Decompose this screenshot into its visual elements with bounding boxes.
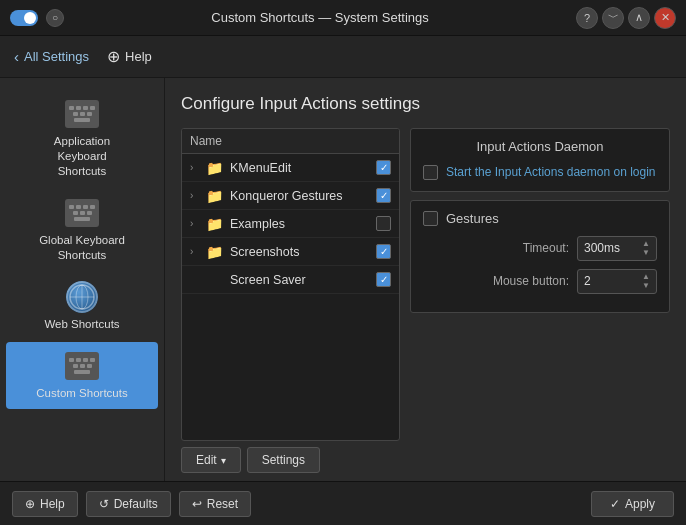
gestures-header: Gestures [423, 211, 657, 226]
timeout-arrows: ▲ ▼ [642, 240, 650, 257]
tree-table: Name › 📁 KMenuEdit ✓ › 📁 [181, 128, 400, 441]
row-label: Konqueror Gestures [230, 189, 376, 203]
apply-check-icon: ✓ [610, 497, 620, 511]
sidebar-label-app-kbd: Application Keyboard Shortcuts [54, 134, 110, 179]
sidebar-item-web-shortcuts[interactable]: Web Shortcuts [6, 273, 158, 340]
left-panel: Name › 📁 KMenuEdit ✓ › 📁 [181, 128, 400, 473]
sidebar-item-global-keyboard-shortcuts[interactable]: Global Keyboard Shortcuts [6, 189, 158, 271]
tree-header: Name [182, 129, 399, 154]
reset-icon: ↩ [192, 497, 202, 511]
sidebar-label-web: Web Shortcuts [44, 317, 119, 332]
timeout-spinbox[interactable]: 300ms ▲ ▼ [577, 236, 657, 261]
folder-icon: 📁 [206, 188, 224, 204]
settings-button[interactable]: Settings [247, 447, 320, 473]
daemon-section: Input Actions Daemon Start the Input Act… [410, 128, 670, 192]
table-row[interactable]: › 📁 Konqueror Gestures ✓ [182, 182, 399, 210]
row-chevron-icon: › [190, 162, 204, 173]
down-arrow-icon[interactable]: ▼ [642, 282, 650, 290]
apply-button[interactable]: ✓ Apply [591, 491, 674, 517]
down-arrow-icon[interactable]: ▼ [642, 249, 650, 257]
dropdown-icon: ▾ [221, 455, 226, 466]
help-bottom-icon: ⊕ [25, 497, 35, 511]
mouse-button-arrows: ▲ ▼ [642, 273, 650, 290]
up-arrow-icon[interactable]: ▲ [642, 240, 650, 248]
check-mark-icon: ✓ [380, 162, 388, 173]
daemon-label-prefix: Start the [446, 165, 495, 179]
daemon-label-suffix: on login [610, 165, 655, 179]
tree-actions: Edit ▾ Settings [181, 447, 400, 473]
edit-label: Edit [196, 453, 217, 467]
mouse-button-spinbox[interactable]: 2 ▲ ▼ [577, 269, 657, 294]
svg-point-1 [76, 285, 88, 309]
gestures-checkbox[interactable] [423, 211, 438, 226]
folder-icon: 📁 [206, 160, 224, 176]
reset-label: Reset [207, 497, 238, 511]
defaults-label: Defaults [114, 497, 158, 511]
back-label: All Settings [24, 49, 89, 64]
table-row[interactable]: › 📁 Screen Saver ✓ [182, 266, 399, 294]
content-area: Configure Input Actions settings Name › … [165, 78, 686, 481]
web-shortcuts-icon [64, 281, 100, 313]
help-circle-icon: ⊕ [107, 47, 120, 66]
timeout-label: Timeout: [423, 241, 569, 255]
row-label: Screen Saver [230, 273, 376, 287]
row-checkbox[interactable]: ✓ [376, 244, 391, 259]
mouse-button-label: Mouse button: [423, 274, 569, 288]
topnav: ‹ All Settings ⊕ Help [0, 36, 686, 78]
edit-button[interactable]: Edit ▾ [181, 447, 241, 473]
close-btn[interactable]: ✕ [654, 7, 676, 29]
defaults-icon: ↺ [99, 497, 109, 511]
gestures-title: Gestures [446, 211, 499, 226]
reset-button[interactable]: ↩ Reset [179, 491, 251, 517]
minimize-btn[interactable]: ﹀ [602, 7, 624, 29]
content-body: Name › 📁 KMenuEdit ✓ › 📁 [181, 128, 670, 473]
daemon-checkbox[interactable] [423, 165, 438, 180]
check-mark-icon: ✓ [380, 190, 388, 201]
row-checkbox[interactable]: ✓ [376, 272, 391, 287]
daemon-label: Start the Input Actions daemon on login [446, 164, 656, 181]
help-bottom-button[interactable]: ⊕ Help [12, 491, 78, 517]
titlebar-left: ○ [10, 9, 64, 27]
back-chevron-icon: ‹ [14, 48, 19, 65]
help-window-btn[interactable]: ? [576, 7, 598, 29]
row-chevron-icon: › [190, 246, 204, 257]
row-checkbox[interactable]: ✓ [376, 160, 391, 175]
timeout-row: Timeout: 300ms ▲ ▼ [423, 236, 657, 261]
row-chevron-icon: › [190, 190, 204, 201]
titlebar-extra-btn[interactable]: ○ [46, 9, 64, 27]
daemon-row: Start the Input Actions daemon on login [423, 164, 657, 181]
daemon-label-link: Input Actions daemon [495, 165, 610, 179]
up-arrow-icon[interactable]: ▲ [642, 273, 650, 281]
row-checkbox[interactable]: ✓ [376, 188, 391, 203]
sidebar: Application Keyboard Shortcuts Global Ke… [0, 78, 165, 481]
table-row[interactable]: › 📁 Screenshots ✓ [182, 238, 399, 266]
mouse-button-row: Mouse button: 2 ▲ ▼ [423, 269, 657, 294]
col-name-header: Name [190, 134, 391, 148]
sidebar-item-application-keyboard-shortcuts[interactable]: Application Keyboard Shortcuts [6, 90, 158, 187]
gestures-section: Gestures Timeout: 300ms ▲ ▼ [410, 200, 670, 313]
help-nav-button[interactable]: ⊕ Help [107, 47, 152, 66]
bottombar: ⊕ Help ↺ Defaults ↩ Reset ✓ Apply [0, 481, 686, 525]
app-keyboard-icon [64, 98, 100, 130]
row-label: KMenuEdit [230, 161, 376, 175]
row-checkbox[interactable] [376, 216, 391, 231]
table-row[interactable]: › 📁 Examples [182, 210, 399, 238]
table-row[interactable]: › 📁 KMenuEdit ✓ [182, 154, 399, 182]
svg-point-0 [70, 285, 94, 309]
window-title: Custom Shortcuts — System Settings [64, 10, 576, 25]
folder-icon: 📁 [206, 216, 224, 232]
timeout-value: 300ms [584, 241, 620, 255]
maximize-btn[interactable]: ∧ [628, 7, 650, 29]
row-label: Screenshots [230, 245, 376, 259]
help-bottom-label: Help [40, 497, 65, 511]
sidebar-item-custom-shortcuts[interactable]: Custom Shortcuts [6, 342, 158, 409]
back-button[interactable]: ‹ All Settings [14, 48, 89, 65]
daemon-title: Input Actions Daemon [423, 139, 657, 154]
row-label: Examples [230, 217, 376, 231]
toggle-switch[interactable] [10, 10, 38, 26]
sidebar-label-custom: Custom Shortcuts [36, 386, 127, 401]
main-area: Application Keyboard Shortcuts Global Ke… [0, 78, 686, 481]
defaults-button[interactable]: ↺ Defaults [86, 491, 171, 517]
check-mark-icon: ✓ [380, 246, 388, 257]
check-mark-icon: ✓ [380, 274, 388, 285]
